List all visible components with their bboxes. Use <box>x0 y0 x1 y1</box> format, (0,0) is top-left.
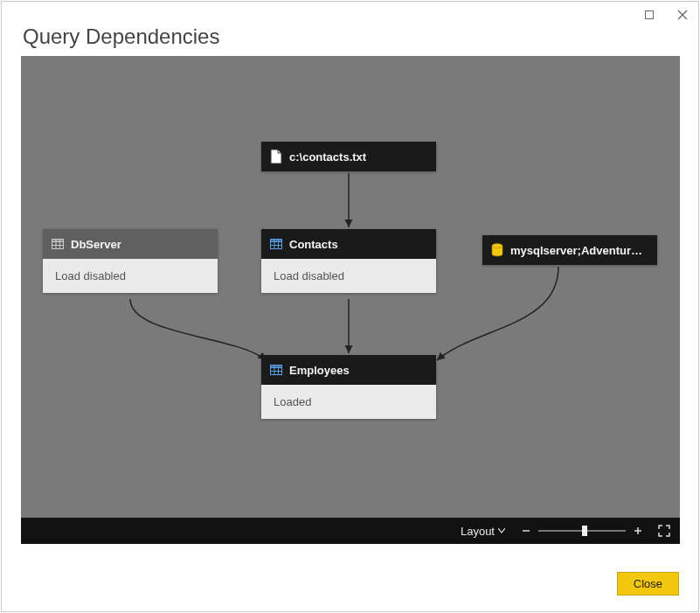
node-dbserver[interactable]: DbServer Load disabled <box>43 229 218 293</box>
node-label: Contacts <box>289 238 427 251</box>
svg-rect-0 <box>646 11 654 19</box>
maximize-icon <box>644 10 655 20</box>
node-header: Contacts <box>261 229 436 259</box>
slider-thumb[interactable] <box>582 526 587 536</box>
page-title: Query Dependencies <box>2 24 698 56</box>
window-close-button[interactable] <box>672 4 693 25</box>
close-button[interactable]: Close <box>617 572 679 596</box>
minus-icon <box>522 526 530 535</box>
node-employees[interactable]: Employees Loaded <box>261 355 436 419</box>
dialog-footer: Close <box>617 572 679 596</box>
layout-dropdown[interactable]: Layout <box>457 523 509 540</box>
node-status: Load disabled <box>261 259 436 293</box>
node-label: mysqlserver;AdventureWor... <box>510 244 648 257</box>
node-header: mysqlserver;AdventureWor... <box>482 235 657 265</box>
zoom-control <box>519 524 645 538</box>
chevron-down-icon <box>498 528 505 533</box>
node-status: Loaded <box>261 385 436 419</box>
table-icon <box>270 239 282 249</box>
node-label: Employees <box>289 364 427 377</box>
table-icon <box>52 239 64 249</box>
file-icon <box>270 149 282 164</box>
canvas-toolbar: Layout <box>21 518 680 544</box>
zoom-in-button[interactable] <box>631 524 645 538</box>
node-label: DbServer <box>71 238 209 251</box>
node-contacts[interactable]: Contacts Load disabled <box>261 229 436 293</box>
database-icon <box>491 243 503 257</box>
fit-to-screen-button[interactable] <box>655 522 673 540</box>
fit-icon <box>657 524 671 538</box>
node-contacts-file[interactable]: c:\contacts.txt <box>261 142 436 171</box>
plus-icon <box>634 526 642 535</box>
dependency-canvas[interactable]: c:\contacts.txt <box>21 56 680 544</box>
layout-label: Layout <box>461 525 495 538</box>
node-header: Employees <box>261 355 436 385</box>
node-header: c:\contacts.txt <box>261 142 436 171</box>
node-mysql[interactable]: mysqlserver;AdventureWor... <box>482 235 657 265</box>
canvas-inner: c:\contacts.txt <box>21 56 680 518</box>
close-icon <box>677 10 688 20</box>
dialog-window: Query Dependencies <box>1 1 699 612</box>
table-icon <box>270 365 282 375</box>
node-label: c:\contacts.txt <box>289 150 427 164</box>
node-header: DbServer <box>43 229 218 259</box>
node-status: Load disabled <box>43 259 218 293</box>
zoom-slider[interactable] <box>538 524 626 538</box>
maximize-button[interactable] <box>639 4 660 25</box>
zoom-out-button[interactable] <box>519 524 533 538</box>
